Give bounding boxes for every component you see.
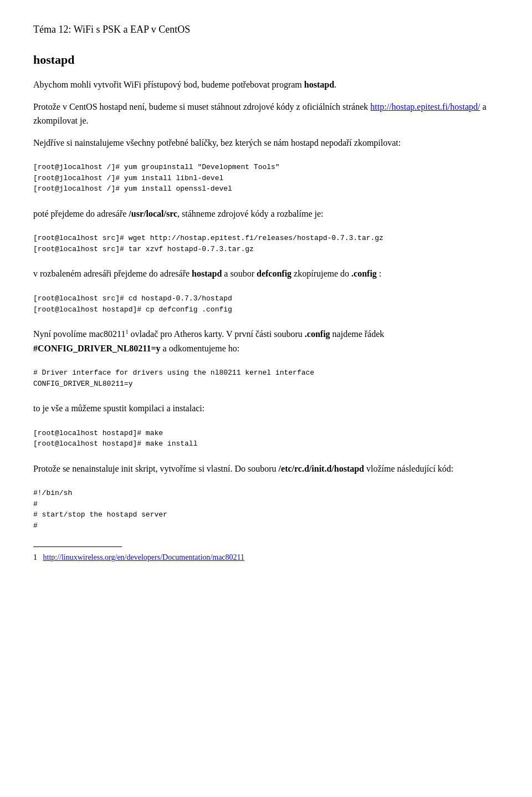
para4-path: /usr/local/src [129, 209, 177, 218]
paragraph-1: Abychom mohli vytvořit WiFi přístupový b… [33, 78, 499, 92]
para6-bold1: .config [305, 329, 330, 339]
code-block-5: [root@localhost hostapd]# make [root@loc… [33, 423, 499, 454]
code-block-3: [root@localhost src]# cd hostapd-0.7.3/h… [33, 289, 499, 319]
para5-bold2: defconfig [257, 269, 291, 278]
para4-start: poté přejdeme do adresáře [33, 209, 129, 218]
para5-mid: a soubor [222, 269, 257, 278]
code-block-6: #!/bin/sh # # start/stop the hostapd ser… [33, 483, 499, 535]
code-block-1: [root@jlocalhost /]# yum groupinstall "D… [33, 157, 499, 199]
paragraph-4: poté přejdeme do adresáře /usr/local/src… [33, 207, 499, 221]
para5-bold1: hostapd [192, 269, 222, 278]
footnote-num: 1 [33, 553, 37, 561]
para2-start: Protože v CentOS hostapd není, budeme si… [33, 102, 370, 111]
footnote-link[interactable]: http://linuxwireless.org/en/developers/D… [43, 553, 245, 561]
section-heading-hostapd: hostapd [33, 50, 499, 69]
para5-mid2: zkopírujeme do [291, 269, 351, 278]
paragraph-8: Protože se nenainstaluje init skript, vy… [33, 462, 499, 476]
para1-bold: hostapd [304, 80, 334, 89]
para1-text: Abychom mohli vytvořit WiFi přístupový b… [33, 80, 304, 89]
page-title: Téma 12: WiFi s PSK a EAP v CentOS [33, 22, 499, 37]
paragraph-2: Protože v CentOS hostapd není, budeme si… [33, 100, 499, 128]
paragraph-7: to je vše a můžeme spustit kompilaci a i… [33, 401, 499, 416]
paragraph-6: Nyní povolíme mac802111 ovladač pro Athe… [33, 327, 499, 355]
para6-start: Nyní povolíme mac80211 [33, 329, 126, 339]
para6-bold2: #CONFIG_DRIVER_NL80211=y [33, 344, 161, 353]
para1-end: . [334, 80, 336, 89]
para5-start: v rozbaleném adresáři přejdeme do adresá… [33, 269, 192, 278]
para6-end: ovladač pro Atheros karty. V první části… [129, 329, 305, 339]
code-block-4: # Driver interface for drivers using the… [33, 363, 499, 394]
paragraph-5: v rozbaleném adresáři přejdeme do adresá… [33, 267, 499, 281]
para6-mid: najdeme řádek [330, 329, 385, 339]
para8-start: Protože se nenainstaluje init skript, vy… [33, 464, 279, 473]
para6-end2: a odkomentujeme ho: [161, 344, 240, 353]
para8-end: vložíme následující kód: [364, 464, 453, 473]
para4-end: , stáhneme zdrojové kódy a rozbalíme je: [177, 209, 323, 218]
footnote: 1 http://linuxwireless.org/en/developers… [33, 551, 499, 564]
paragraph-3: Nejdříve si nainstalujeme všechny potřeb… [33, 136, 499, 150]
code-block-2: [root@localhost src]# wget http://hostap… [33, 228, 499, 259]
para5-bold3: .config [351, 269, 377, 278]
para8-bold: /etc/rc.d/init.d/hostapd [279, 464, 364, 473]
para2-link[interactable]: http://hostap.epitest.fi/hostapd/ [370, 102, 480, 111]
footnote-divider [33, 546, 122, 547]
para5-end: : [377, 269, 381, 278]
